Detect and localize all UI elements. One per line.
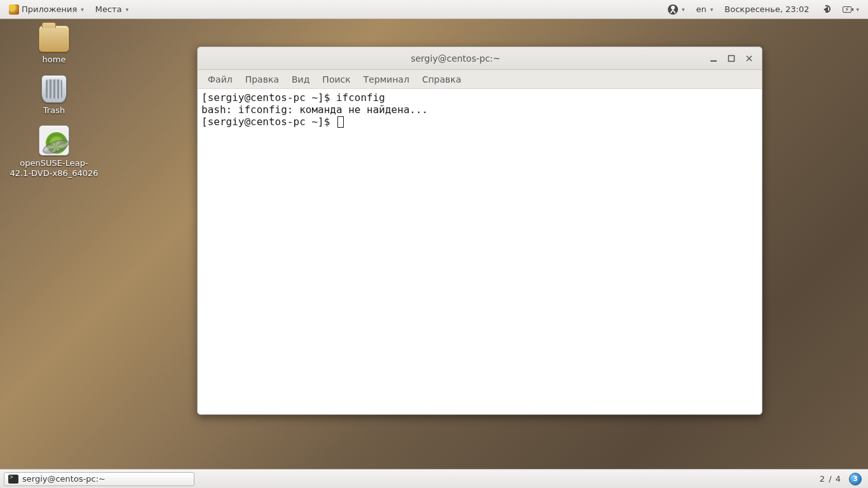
clock-label: Воскресенье, 23:02 — [724, 4, 809, 14]
svg-rect-0 — [710, 60, 717, 62]
close-button[interactable] — [744, 53, 754, 64]
applications-label: Приложения — [22, 4, 77, 14]
keyboard-lang-label: en — [696, 4, 707, 14]
desktop-icon-label: openSUSE-Leap-42.1-DVD-x86_64026 — [10, 158, 98, 178]
menu-terminal[interactable]: Терминал — [358, 72, 414, 86]
menu-file[interactable]: Файл — [203, 72, 238, 86]
bottom-panel: sergiy@centos-pc:~ 2 / 4 3 — [0, 469, 868, 488]
terminal-icon — [8, 475, 18, 484]
taskbar-item-terminal[interactable]: sergiy@centos-pc:~ — [4, 472, 194, 486]
notification-badge[interactable]: 3 — [849, 473, 862, 485]
menu-search[interactable]: Поиск — [317, 72, 355, 86]
terminal-line: [sergiy@centos-pc ~]$ ifconfig — [201, 92, 385, 104]
terminal-line: [sergiy@centos-pc ~]$ — [201, 116, 336, 128]
terminal-line: bash: ifconfig: команда не найдена... — [201, 104, 428, 116]
top-panel: Приложения ▾ Места ▾ ▾ en ▾ Воскресенье,… — [0, 0, 868, 19]
battery-menu[interactable]: ⚡ ▾ — [837, 3, 864, 17]
keyboard-layout-menu[interactable]: en ▾ — [691, 3, 719, 16]
desktop-icon-iso[interactable]: openSUSE-Leap-42.1-DVD-x86_64026 — [6, 125, 102, 178]
menu-edit[interactable]: Правка — [240, 72, 284, 86]
taskbar-item-label: sergiy@centos-pc:~ — [22, 474, 105, 484]
menu-help[interactable]: Справка — [417, 72, 466, 86]
volume-menu[interactable] — [815, 3, 836, 17]
iso-icon — [39, 125, 69, 156]
chevron-down-icon: ▾ — [682, 6, 685, 13]
activities-icon — [9, 4, 19, 15]
terminal-window: sergiy@centos-pc:~ Файл Правка Вид Поиск… — [197, 46, 763, 415]
chevron-down-icon: ▾ — [856, 6, 859, 13]
desktop-icons: home Trash openSUSE-Leap-42.1-DVD-x86_64… — [6, 25, 102, 178]
close-icon — [745, 55, 753, 62]
cursor-icon — [337, 116, 344, 128]
chevron-down-icon: ▾ — [81, 6, 84, 13]
chevron-down-icon: ▾ — [126, 6, 129, 13]
maximize-button[interactable] — [726, 53, 736, 64]
desktop-icon-home[interactable]: home — [6, 25, 102, 65]
clock-menu[interactable]: Воскресенье, 23:02 — [719, 3, 814, 16]
trash-icon — [41, 75, 67, 103]
workspace-indicator[interactable]: 2 / 4 — [815, 474, 846, 484]
minimize-button[interactable] — [709, 53, 719, 64]
maximize-icon — [728, 55, 735, 62]
activities-menu[interactable]: Приложения ▾ — [4, 3, 89, 17]
menu-view[interactable]: Вид — [287, 72, 315, 86]
terminal-body[interactable]: [sergiy@centos-pc ~]$ ifconfig bash: ifc… — [198, 89, 762, 414]
window-menubar: Файл Правка Вид Поиск Терминал Справка — [198, 70, 762, 89]
desktop-icon-label: Trash — [43, 105, 65, 116]
accessibility-icon — [668, 4, 678, 15]
window-title: sergiy@centos-pc:~ — [203, 53, 709, 64]
volume-icon — [820, 4, 831, 15]
battery-icon: ⚡ — [842, 4, 852, 15]
chevron-down-icon: ▾ — [710, 6, 714, 13]
window-titlebar[interactable]: sergiy@centos-pc:~ — [198, 47, 762, 70]
minimize-icon — [710, 55, 717, 62]
places-menu[interactable]: Места ▾ — [90, 3, 133, 16]
folder-icon — [39, 25, 69, 52]
svg-rect-1 — [729, 55, 735, 61]
accessibility-menu[interactable]: ▾ — [663, 3, 690, 17]
desktop-icon-label: home — [43, 55, 66, 65]
desktop-icon-trash[interactable]: Trash — [6, 75, 102, 116]
places-label: Места — [95, 4, 122, 14]
